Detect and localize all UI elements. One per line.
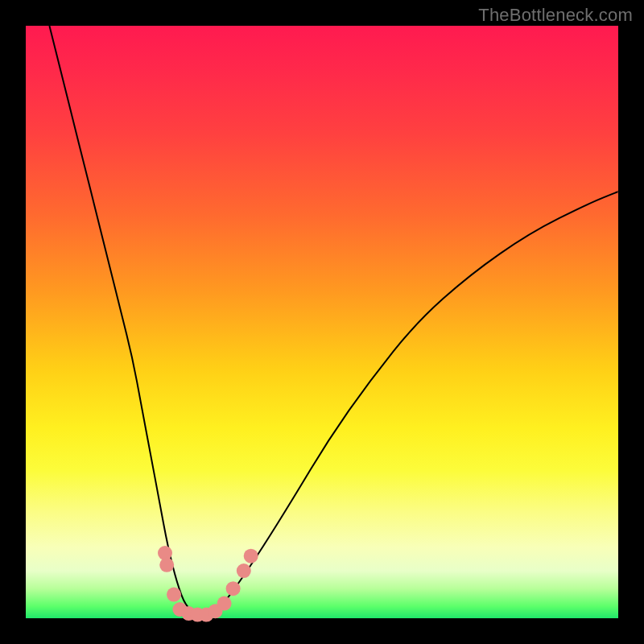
bottleneck-curve (26, 26, 618, 618)
curve-line (49, 26, 618, 615)
curve-marker (167, 588, 181, 602)
plot-area (26, 26, 618, 618)
curve-marker (244, 549, 258, 564)
curve-marker (226, 581, 241, 596)
curve-markers (158, 546, 258, 622)
curve-marker (217, 597, 232, 611)
curve-marker (237, 564, 251, 578)
chart-frame: TheBottleneck.com (0, 0, 644, 644)
curve-marker (159, 558, 174, 572)
watermark-text: TheBottleneck.com (478, 5, 633, 26)
